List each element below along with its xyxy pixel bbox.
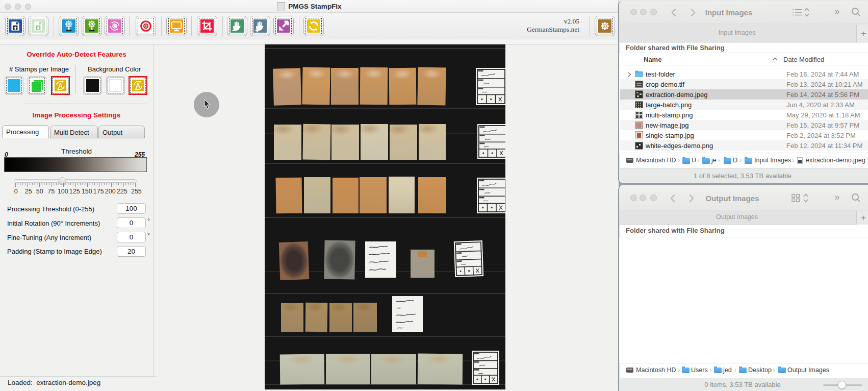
- svg-text:A: A: [136, 82, 140, 89]
- svg-text:A: A: [58, 82, 63, 89]
